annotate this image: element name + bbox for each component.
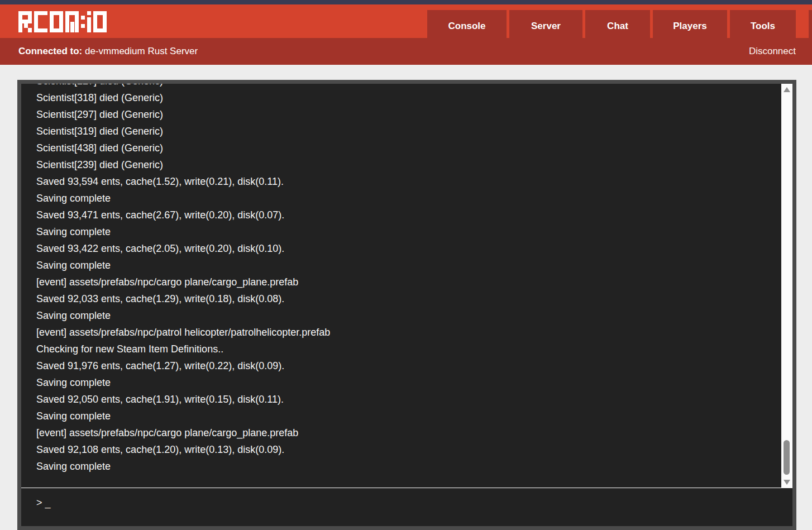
log-line: Saving complete [36,223,792,240]
log-line: [event] assets/prefabs/npc/cargo plane/c… [36,424,792,441]
log-line: Saving complete [36,374,792,391]
console-scrollbar[interactable] [781,84,792,488]
log-line: Scientist[319] died (Generic) [36,123,792,140]
log-line: Saved 92,033 ents, cache(1.29), write(0.… [36,290,792,307]
status-bar: Connected to: de-vmmedium Rust Server Di… [0,38,812,65]
log-line: [event] assets/prefabs/npc/cargo plane/c… [36,274,792,290]
connected-label: Connected to: [18,46,82,56]
scroll-down-icon[interactable] [784,480,790,485]
scroll-up-icon[interactable] [784,87,790,92]
log-line: Saving complete [36,307,792,324]
log-line: Saving complete [36,458,792,475]
log-line: Scientist[438] died (Generic) [36,140,792,156]
server-name: de-vmmedium Rust Server [85,46,198,56]
scrollbar-thumb[interactable] [784,440,790,475]
disconnect-link[interactable]: Disconnect [749,46,796,57]
rcon-io-logo[interactable] [18,11,107,32]
console-panel: Scientist[227] died (Generic)Scientist[3… [17,80,796,530]
log-line: Saved 93,471 ents, cache(2.67), write(0.… [36,207,792,223]
log-line: [event] assets/prefabs/npc/patrol helico… [36,324,792,341]
command-prompt: > _ [36,497,51,509]
log-line: Saving complete [36,190,792,207]
log-line: Saved 92,050 ents, cache(1.91), write(0.… [36,391,792,408]
log-line: Scientist[318] died (Generic) [36,89,792,106]
console-log-viewport: Scientist[227] died (Generic)Scientist[3… [21,84,792,488]
log-line: Scientist[239] died (Generic) [36,156,792,173]
header: ConsoleServerChatPlayersTools [0,4,812,38]
input-cursor: _ [45,497,51,508]
log-line: Saving complete [36,257,792,274]
top-strip [0,0,812,4]
log-line: Saved 93,422 ents, cache(2.05), write(0.… [36,240,792,257]
connection-status: Connected to: de-vmmedium Rust Server [18,46,198,57]
log-line: Saved 91,976 ents, cache(1.27), write(0.… [36,357,792,374]
command-input-row[interactable]: > _ [21,488,792,526]
log-line: Saved 92,108 ents, cache(1.20), write(0.… [36,441,792,458]
log-line: Checking for new Steam Item Definitions.… [36,341,792,357]
log-line: Scientist[227] died (Generic) [36,84,792,89]
log-line: Scientist[297] died (Generic) [36,106,792,123]
log-line: Saving complete [36,408,792,424]
log-line: Saved 93,594 ents, cache(1.52), write(0.… [36,173,792,190]
prompt-symbol: > [36,497,42,508]
console-log: Scientist[227] died (Generic)Scientist[3… [21,84,792,475]
